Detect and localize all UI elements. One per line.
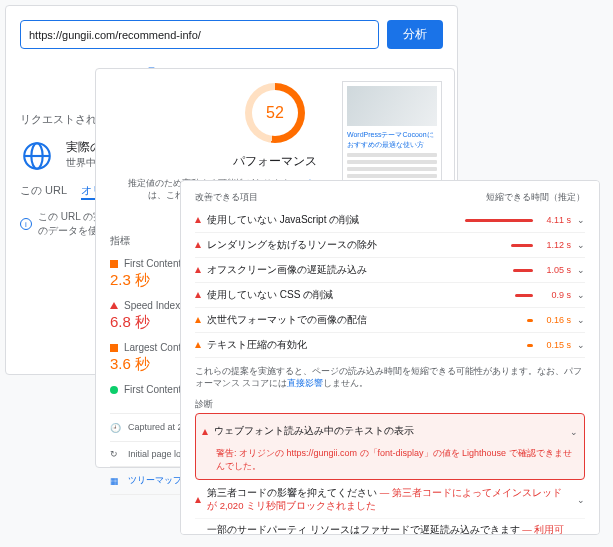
chevron-down-icon: ⌄: [577, 215, 585, 225]
opportunity-value: 1.12 s: [539, 240, 571, 250]
opportunity-bar: [465, 219, 533, 222]
opportunity-bar: [527, 344, 533, 347]
opportunity-text: テキスト圧縮の有効化: [207, 338, 450, 352]
triangle-red-icon: [195, 342, 201, 348]
perf-label: パフォーマンス: [233, 153, 317, 170]
diagnostic-text: 一部のサードパーティ リソースはファサードで遅延読み込みできます — 利用可能な…: [207, 524, 571, 535]
opportunity-row[interactable]: オフスクリーン画像の遅延読み込み 1.05 s ⌄: [195, 258, 585, 283]
square-orange-icon: [110, 344, 118, 352]
opportunity-text: 次世代フォーマットでの画像の配信: [207, 313, 450, 327]
info-icon: i: [20, 218, 32, 230]
diagnostic-sub: — 利用可能な代替ファサード: 1 件: [207, 524, 564, 535]
opportunity-value: 4.11 s: [539, 215, 571, 225]
treemap-icon: ▦: [110, 476, 122, 486]
chevron-down-icon: ⌄: [577, 495, 585, 505]
analyze-button[interactable]: 分析: [387, 20, 443, 49]
chevron-down-icon: ⌄: [577, 265, 585, 275]
opportunity-value: 0.9 s: [539, 290, 571, 300]
chevron-down-icon: ⌄: [577, 290, 585, 300]
direct-impact-link[interactable]: 直接影響: [287, 378, 323, 388]
score-value: 52: [252, 90, 298, 136]
opportunities-card: 改善できる項目 短縮できる時間（推定） 使用していない JavaScript の…: [180, 180, 600, 535]
opportunities-header: 改善できる項目 短縮できる時間（推定）: [195, 191, 585, 204]
chevron-down-icon: ⌄: [577, 315, 585, 325]
opportunity-value: 1.05 s: [539, 265, 571, 275]
opportunity-bar: [513, 269, 533, 272]
tab-this-url[interactable]: この URL: [20, 183, 67, 200]
triangle-red-icon: [195, 534, 201, 535]
triangle-red-icon: [195, 317, 201, 323]
triangle-red-icon: [110, 302, 118, 309]
opportunity-text: 使用していない CSS の削減: [207, 288, 450, 302]
triangle-red-icon: [202, 429, 208, 435]
chevron-down-icon: ⌄: [577, 340, 585, 350]
chevron-down-icon: ⌄: [577, 532, 585, 535]
triangle-red-icon: [195, 497, 201, 503]
diagnostic-text: 第三者コードの影響を抑えてください — 第三者コードによってメインスレッドが 2…: [207, 487, 571, 513]
diagnostic-row[interactable]: 第三者コードの影響を抑えてください — 第三者コードによってメインスレッドが 2…: [195, 482, 585, 519]
opportunity-bar: [511, 244, 533, 247]
triangle-red-icon: [195, 292, 201, 298]
opportunity-row[interactable]: 使用していない JavaScript の削減 4.11 s ⌄: [195, 208, 585, 233]
opportunity-text: レンダリングを妨げるリソースの除外: [207, 238, 450, 252]
diagnostic-row[interactable]: 一部のサードパーティ リソースはファサードで遅延読み込みできます — 利用可能な…: [195, 519, 585, 535]
score-gauge: 52: [245, 83, 305, 143]
diagnostics-label: 診断: [195, 398, 585, 411]
diagnostic-highlighted-sub: 警告: オリジンの https://gungii.com の「font-disp…: [216, 447, 578, 473]
triangle-red-icon: [195, 242, 201, 248]
thumbnail-title: WordPressテーマCocoonにおすすめの最適な使い方: [347, 130, 437, 150]
thumbnail-hero: [347, 86, 437, 126]
opportunity-row[interactable]: 次世代フォーマットでの画像の配信 0.16 s ⌄: [195, 308, 585, 333]
opportunity-row[interactable]: レンダリングを妨げるリソースの除外 1.12 s ⌄: [195, 233, 585, 258]
triangle-red-icon: [195, 217, 201, 223]
opportunities-note: これらの提案を実施すると、ページの読み込み時間を短縮できる可能性があります。なお…: [195, 366, 585, 390]
dot-green-icon: [110, 386, 118, 394]
opportunity-text: オフスクリーン画像の遅延読み込み: [207, 263, 450, 277]
clock-icon: 🕘: [110, 423, 122, 433]
opportunity-value: 0.15 s: [539, 340, 571, 350]
opportunity-row[interactable]: テキスト圧縮の有効化 0.15 s ⌄: [195, 333, 585, 358]
opportunity-row[interactable]: 使用していない CSS の削減 0.9 s ⌄: [195, 283, 585, 308]
square-orange-icon: [110, 260, 118, 268]
opportunity-bar: [527, 319, 533, 322]
opportunity-bar: [515, 294, 533, 297]
opportunity-value: 0.16 s: [539, 315, 571, 325]
chevron-down-icon: ⌄: [577, 240, 585, 250]
chevron-down-icon: ⌄: [570, 427, 578, 437]
diagnostic-sub: — 第三者コードによってメインスレッドが 2,020 ミリ秒間ブロックされました: [207, 487, 562, 511]
globe-icon: [20, 139, 54, 173]
diagnostic-highlighted[interactable]: ウェブフォント読み込み中のテキストの表示 ⌄ 警告: オリジンの https:/…: [195, 413, 585, 480]
reload-icon: ↻: [110, 449, 122, 459]
opportunity-text: 使用していない JavaScript の削減: [207, 213, 450, 227]
triangle-red-icon: [195, 267, 201, 273]
url-input[interactable]: [20, 20, 379, 49]
url-row: 分析: [20, 20, 443, 49]
